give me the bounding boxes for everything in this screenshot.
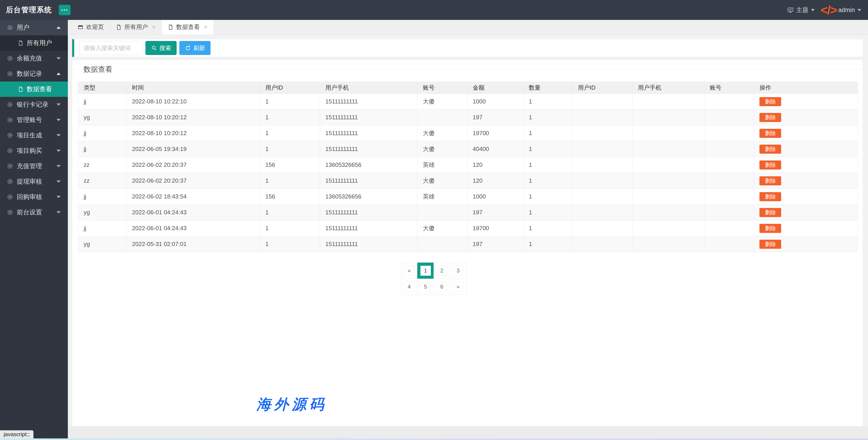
table-cell <box>704 236 754 252</box>
sidebar-item[interactable]: 前台设置 <box>0 205 68 220</box>
sidebar-item-label: 项目购买 <box>17 146 42 155</box>
delete-button[interactable]: 删除 <box>760 129 781 138</box>
table-cell <box>572 125 632 141</box>
accent-bar <box>72 39 74 57</box>
sidebar-subitem[interactable]: 所有用户 <box>0 35 68 51</box>
search-toolbar: 搜索 刷新 <box>72 39 863 57</box>
table-cell: 1 <box>260 173 320 189</box>
delete-button[interactable]: 删除 <box>760 113 781 122</box>
tab-欢迎页[interactable]: 欢迎页 <box>71 20 110 34</box>
table-cell <box>572 189 632 205</box>
theme-menu[interactable]: 主题 <box>787 6 815 14</box>
search-button[interactable]: 搜索 <box>146 41 177 55</box>
column-header: 账号 <box>417 82 467 94</box>
sidebar-toggle-button[interactable]: ••• <box>59 5 70 15</box>
table-cell: 15111111111 <box>320 110 417 125</box>
table-cell <box>632 125 704 141</box>
table-cell: 1 <box>260 94 320 110</box>
pagination: «123456» <box>401 263 468 295</box>
sidebar-item[interactable]: 项目生成 <box>0 128 68 143</box>
page-label: « <box>404 266 414 276</box>
table-cell: 15111111111 <box>320 125 417 141</box>
delete-button[interactable]: 删除 <box>760 160 781 170</box>
sidebar-item[interactable]: 管理账号 <box>0 112 68 128</box>
delete-button[interactable]: 删除 <box>760 240 781 249</box>
table-cell <box>704 141 754 157</box>
sidebar-item[interactable]: 数据记录 <box>0 66 68 82</box>
table-cell <box>572 157 632 173</box>
sidebar-item-label: 用户 <box>17 23 29 32</box>
page-1[interactable]: 1 <box>417 263 434 279</box>
file-icon <box>116 24 122 30</box>
tab-所有用户[interactable]: 所有用户× <box>110 20 162 34</box>
theme-board-icon <box>787 6 794 13</box>
table-cell: 15111111111 <box>320 205 417 221</box>
bottom-edge-bar <box>0 438 868 440</box>
page-label: 3 <box>453 266 463 276</box>
table-cell: zz <box>78 173 127 189</box>
table-cell <box>632 205 704 221</box>
admin-username: admin <box>838 6 855 13</box>
table-cell <box>704 189 754 205</box>
table-row: jj2022-08-10 10:22:10115111111111大傻10001… <box>78 94 858 110</box>
search-input[interactable] <box>80 41 143 55</box>
sidebar-item[interactable]: 提现审核 <box>0 174 68 189</box>
page-prev[interactable]: « <box>401 263 417 279</box>
refresh-button[interactable]: 刷新 <box>179 41 211 55</box>
delete-button[interactable]: 删除 <box>760 192 781 201</box>
delete-button[interactable]: 删除 <box>760 97 781 106</box>
delete-button[interactable]: 删除 <box>760 208 781 217</box>
table-row: zz2022-06-02 20:20:3715613605326656英雄120… <box>78 157 858 173</box>
chevron-down-icon <box>57 104 61 106</box>
page-2[interactable]: 2 <box>434 263 450 279</box>
table-cell: 大傻 <box>417 221 467 236</box>
column-header: 类型 <box>78 82 127 94</box>
main-area: 欢迎页所有用户×数据查看× 搜索 刷新 数据查看 类型时间用户ID用户手机账号金… <box>68 20 868 438</box>
table-cell: jj <box>78 141 127 157</box>
sidebar-item[interactable]: 用户 <box>0 20 68 35</box>
table-cell-actions: 删除 <box>754 141 858 157</box>
sidebar-item[interactable]: 项目购买 <box>0 143 68 158</box>
close-icon[interactable]: × <box>152 24 156 30</box>
tab-label: 数据查看 <box>176 23 200 31</box>
delete-button[interactable]: 删除 <box>760 145 781 154</box>
table-cell <box>704 157 754 173</box>
table-cell: 2022-06-01 04:24:43 <box>126 205 260 221</box>
sidebar-subitem[interactable]: 数据查看 <box>0 82 68 97</box>
table-cell: 13605326656 <box>320 189 417 205</box>
admin-menu[interactable]: admin <box>838 6 861 13</box>
table-cell: 2022-06-01 04:24:43 <box>126 221 260 236</box>
page-label: 6 <box>437 282 447 292</box>
page-4[interactable]: 4 <box>401 278 417 295</box>
delete-button[interactable]: 删除 <box>760 224 781 233</box>
tab-label: 所有用户 <box>124 23 148 31</box>
sidebar-item[interactable]: 银行卡记录 <box>0 97 68 112</box>
table-cell <box>632 221 704 236</box>
table-cell: 英雄 <box>417 189 467 205</box>
table-cell <box>572 205 632 221</box>
theme-label: 主题 <box>796 6 808 14</box>
page-next[interactable]: » <box>450 278 466 295</box>
table-row: jj2022-08-10 10:20:12115111111111大傻19700… <box>78 125 858 141</box>
table-cell: 1 <box>260 205 320 221</box>
page-3[interactable]: 3 <box>450 263 466 279</box>
sidebar-item-label: 管理账号 <box>17 116 42 124</box>
page-5[interactable]: 5 <box>417 278 434 295</box>
sidebar-item-label: 回购审核 <box>17 193 42 201</box>
sidebar-item[interactable]: 余额充值 <box>0 51 68 66</box>
delete-button[interactable]: 删除 <box>760 176 781 185</box>
table-cell: yg <box>78 110 127 125</box>
gear-icon <box>7 209 13 215</box>
table-cell <box>572 141 632 157</box>
tab-数据查看[interactable]: 数据查看× <box>162 20 214 34</box>
table-cell: 15111111111 <box>320 94 417 110</box>
sidebar-item[interactable]: 回购审核 <box>0 189 68 205</box>
sidebar-item[interactable]: 充值管理 <box>0 158 68 174</box>
page-6[interactable]: 6 <box>434 278 450 295</box>
close-icon[interactable]: × <box>204 24 207 30</box>
table-cell <box>572 94 632 110</box>
top-header: 后台管理系统 ••• 主题 </> admin <box>0 0 868 20</box>
sidebar-item-label: 充值管理 <box>17 162 42 170</box>
search-icon <box>151 45 157 51</box>
table-cell: 大傻 <box>417 141 467 157</box>
